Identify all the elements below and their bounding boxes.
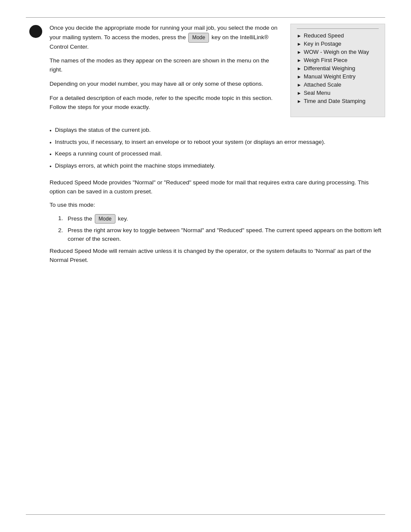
two-column-layout: Once you decide the appropriate mode for…: [50, 24, 385, 117]
menu-item-key-in-postage: ► Key in Postage: [297, 40, 379, 47]
intro-paragraph-3: Depending on your model number, you may …: [50, 80, 282, 89]
menu-item-time-date: ► Time and Date Stamping: [297, 98, 379, 104]
menu-item-manual-weight: ► Manual Weight Entry: [297, 73, 379, 80]
menu-item-differential: ► Differential Weighing: [297, 65, 379, 72]
bullet-item-2: • Instructs you, if necessary, to insert…: [50, 138, 385, 147]
reduced-speed-closing: Reduced Speed Mode will remain active un…: [50, 247, 385, 265]
arrow-icon-reduced-speed: ►: [297, 33, 302, 38]
step-num-2: 2.: [58, 226, 68, 235]
page-container: Once you decide the appropriate mode for…: [0, 0, 411, 532]
bullet-item-3: • Keeps a running count of processed mai…: [50, 149, 385, 159]
modes-menu: ► Reduced Speed ► Key in Postage ► WOW -…: [290, 24, 385, 117]
top-rule: [26, 17, 385, 18]
bottom-rule: [26, 514, 385, 515]
ordered-item-1: 1. Press the Mode key.: [58, 214, 385, 224]
menu-item-weigh-first: ► Weigh First Piece: [297, 57, 379, 63]
bullet-item-4: • Displays errors, at which point the ma…: [50, 162, 385, 171]
intro-paragraph-4: For a detailed description of each mode,…: [50, 94, 282, 112]
menu-rule: [297, 28, 379, 29]
bullet-dot-1: •: [50, 127, 52, 135]
arrow-icon-wow: ►: [297, 50, 302, 55]
step-num-1: 1.: [58, 214, 68, 223]
key-button-mode: Mode: [95, 214, 115, 224]
bullet-dot-2: •: [50, 139, 52, 147]
ordered-item-2: 2. Press the right arrow key to toggle b…: [58, 226, 385, 244]
intro-paragraph-2: The names of the modes as they appear on…: [50, 56, 282, 75]
menu-item-wow: ► WOW - Weigh on the Way: [297, 49, 379, 55]
menu-item-attached-scale: ► Attached Scale: [297, 81, 379, 88]
arrow-icon-time-date: ►: [297, 99, 302, 104]
arrow-icon-key-in-postage: ►: [297, 41, 302, 47]
bullet-dot-4: •: [50, 162, 52, 171]
menu-item-seal-menu: ► Seal Menu: [297, 90, 379, 96]
arrow-icon-seal-menu: ►: [297, 90, 302, 96]
section-bullet: [29, 25, 42, 38]
bullets-section: • Displays the status of the current job…: [50, 126, 385, 171]
ordered-list: 1. Press the Mode key. 2. Press the righ…: [58, 214, 385, 244]
bullet-item-1: • Displays the status of the current job…: [50, 126, 385, 135]
key-button-1: Mode: [188, 33, 209, 43]
arrow-icon-differential: ►: [297, 66, 302, 71]
arrow-icon-attached-scale: ►: [297, 82, 302, 87]
arrow-icon-manual-weight: ►: [297, 74, 302, 79]
bullet-dot-3: •: [50, 150, 52, 159]
arrow-icon-weigh-first: ►: [297, 58, 302, 63]
reduced-speed-intro: Reduced Speed Mode provides "Normal" or …: [50, 178, 385, 196]
intro-paragraph-1: Once you decide the appropriate mode for…: [50, 24, 282, 51]
main-content: Once you decide the appropriate mode for…: [50, 24, 385, 269]
to-use-label: To use this mode:: [50, 201, 385, 210]
menu-item-reduced-speed: ► Reduced Speed: [297, 32, 379, 39]
intro-text: Once you decide the appropriate mode for…: [50, 24, 282, 117]
